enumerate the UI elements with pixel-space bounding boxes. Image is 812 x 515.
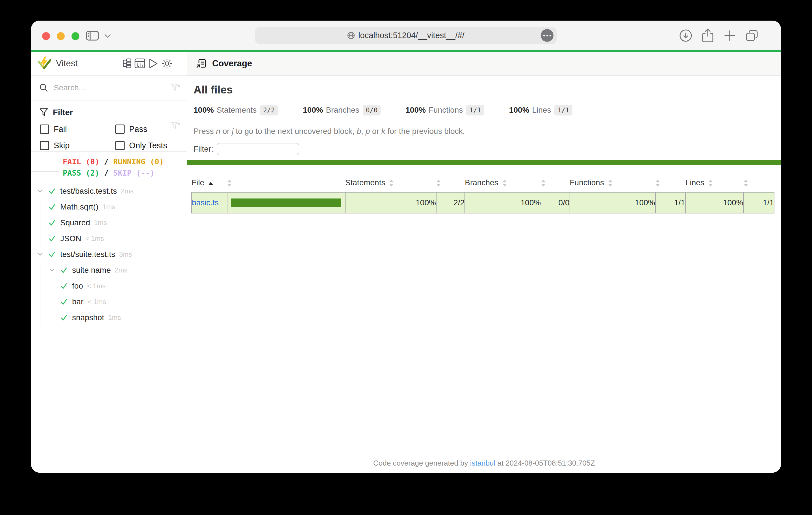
filter-label: Filter: — [194, 145, 213, 154]
column-header-statements[interactable]: Statements — [345, 173, 436, 192]
summary-line-2: PASS (2) / SKIP (--) — [63, 168, 187, 179]
browser-window: localhost:51204/__vitest__/#/ — [31, 21, 781, 473]
column-header-lines[interactable]: Lines — [686, 173, 744, 192]
column-header-chart[interactable] — [227, 173, 345, 192]
column-header-branches[interactable]: Branches — [465, 173, 541, 192]
minimize-window-button[interactable] — [57, 32, 65, 40]
keyboard-hint: Press n or j to go to the next uncovered… — [194, 127, 465, 136]
clear-filter-icon[interactable] — [171, 122, 180, 130]
table-row: basic.ts 100% 2/2 100% 0/0 100% 1/1 100%… — [192, 192, 774, 213]
expand-icon[interactable] — [46, 262, 58, 278]
tab-chevron-icon[interactable] — [105, 34, 111, 38]
sidebar: Vitest — [31, 52, 187, 473]
checkbox-label: Skip — [54, 141, 69, 150]
search-input[interactable] — [53, 83, 162, 93]
main-panel: Coverage All files 100% Statements 2/2 1… — [187, 52, 781, 473]
app-title: Vitest — [56, 58, 78, 69]
stat-ratio-badge: 1/1 — [554, 105, 572, 116]
sorter-icon — [608, 180, 612, 187]
file-filter-row: Filter: — [194, 143, 299, 156]
sidebar-toggle-icon[interactable] — [86, 31, 99, 41]
dashboard-icon[interactable] — [135, 52, 145, 75]
istanbul-link[interactable]: istanbul — [470, 459, 496, 467]
tree-item-test[interactable]: foo < 1ms — [31, 278, 187, 294]
stat-functions: 100% Functions 1/1 — [405, 105, 484, 116]
screenshot-stage: localhost:51204/__vitest__/#/ — [0, 0, 812, 515]
tab-overview-icon[interactable] — [745, 29, 758, 42]
tree-item-test[interactable]: snapshot 1ms — [31, 310, 187, 326]
tree-item-test[interactable]: Math.sqrt() 1ms — [31, 199, 187, 215]
share-icon[interactable] — [701, 29, 714, 42]
tree-guide — [34, 215, 46, 231]
checkbox-pass[interactable] — [115, 124, 124, 134]
tree-item-test[interactable]: Squared 1ms — [31, 215, 187, 231]
expand-icon[interactable] — [34, 246, 46, 262]
page-menu-icon[interactable] — [541, 29, 553, 42]
clear-filter-icon[interactable] — [171, 84, 180, 92]
zoom-window-button[interactable] — [71, 32, 79, 40]
close-window-button[interactable] — [42, 32, 50, 40]
browser-toolbar: localhost:51204/__vitest__/#/ — [31, 21, 781, 50]
checkbox-skip[interactable] — [40, 141, 49, 150]
checkbox-fail[interactable] — [40, 124, 49, 134]
downloads-icon[interactable] — [679, 29, 692, 42]
pass-icon — [46, 231, 58, 246]
sorter-icon — [436, 180, 441, 187]
branches-ratio-cell: 0/0 — [541, 192, 570, 213]
file-link[interactable]: basic.ts — [192, 198, 219, 207]
tree-item-test[interactable]: bar < 1ms — [31, 294, 187, 310]
tree-guide — [34, 231, 46, 246]
filter-title: Filter — [53, 108, 73, 117]
column-header-lines-ratio[interactable] — [744, 173, 774, 192]
address-bar[interactable]: localhost:51204/__vitest__/#/ — [255, 27, 557, 44]
stat-branches: 100% Branches 0/0 — [303, 105, 381, 116]
column-header-branches-ratio[interactable] — [541, 173, 570, 192]
toolbar-actions — [679, 29, 758, 42]
test-summary: FAIL (0) / RUNNING (0) PASS (2) / SKIP (… — [31, 152, 187, 184]
file-cell: basic.ts — [192, 192, 227, 213]
column-header-file[interactable]: File — [192, 173, 227, 192]
column-header-statements-ratio[interactable] — [436, 173, 465, 192]
coverage-topbar: Coverage — [187, 52, 781, 76]
tree-guide — [46, 294, 58, 310]
report-footer: Code coverage generated by istanbul at 2… — [187, 459, 781, 467]
tree-item-file[interactable]: test/suite.test.ts 3ms — [31, 246, 187, 262]
filter-icon — [39, 108, 48, 117]
coverage-bar-fill — [231, 199, 341, 207]
sidebar-header: Vitest — [31, 52, 187, 76]
globe-icon — [347, 32, 355, 39]
coverage-chart-cell — [227, 192, 345, 213]
search-icon — [39, 83, 48, 92]
tree-guide — [34, 310, 46, 326]
tree-guide — [34, 294, 46, 310]
toolbar-divider — [102, 29, 102, 42]
search-row — [31, 76, 187, 100]
pass-icon — [58, 278, 70, 294]
tree-guide — [34, 262, 46, 278]
theme-icon[interactable] — [162, 52, 172, 75]
expand-icon[interactable] — [34, 183, 46, 199]
tree-item-test[interactable]: JSON < 1ms — [31, 231, 187, 246]
pass-icon — [58, 262, 70, 278]
report-heading: All files — [194, 84, 233, 96]
tree-view-icon[interactable] — [121, 52, 132, 75]
functions-ratio-cell: 1/1 — [656, 192, 686, 213]
sorter-icon — [541, 180, 546, 187]
checkbox-label: Only Tests — [129, 141, 167, 150]
run-all-icon[interactable] — [148, 52, 159, 75]
window-controls — [42, 32, 79, 40]
column-header-functions[interactable]: Functions — [570, 173, 656, 192]
summary-line-1: FAIL (0) / RUNNING (0) — [63, 156, 187, 168]
page-title: Coverage — [212, 58, 252, 69]
column-header-functions-ratio[interactable] — [656, 173, 686, 192]
new-tab-icon[interactable] — [723, 29, 736, 42]
file-filter-input[interactable] — [217, 143, 299, 155]
lines-ratio-cell: 1/1 — [744, 192, 774, 213]
checkbox-only-tests[interactable] — [115, 141, 124, 150]
sidebar-actions — [121, 52, 172, 75]
tree-item-file[interactable]: test/basic.test.ts 2ms — [31, 183, 187, 199]
tree-item-suite[interactable]: suite name 2ms — [31, 262, 187, 278]
tree-guide — [46, 310, 58, 326]
lines-pct-cell: 100% — [686, 192, 744, 213]
stat-ratio-badge: 2/2 — [260, 105, 278, 116]
